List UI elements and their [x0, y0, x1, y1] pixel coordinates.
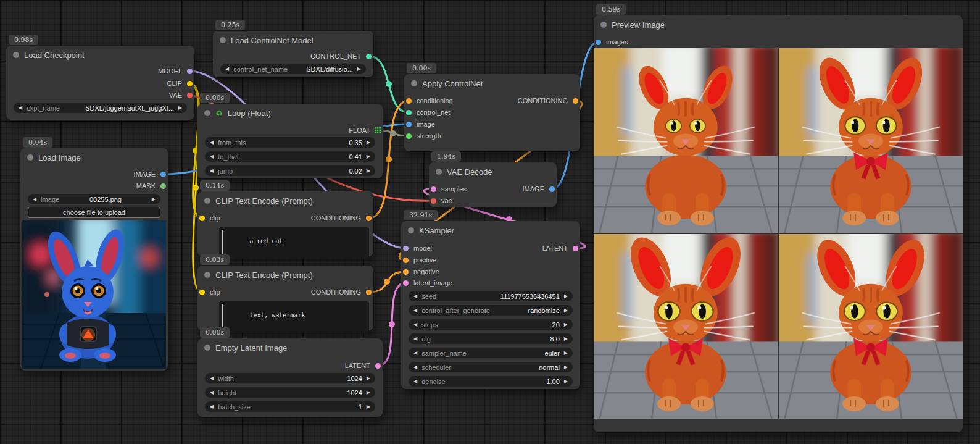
- widget-seed[interactable]: ◀ seed 1119775536436451 ▶: [409, 291, 573, 301]
- float-grid-icon[interactable]: [375, 127, 381, 133]
- input-port-images[interactable]: [596, 40, 601, 45]
- prompt-textarea[interactable]: a red cat: [219, 227, 369, 259]
- node-clip-encode-negative[interactable]: 0.03s CLIP Text Encode (Prompt) clip CON…: [197, 266, 373, 330]
- widget-sampler-name[interactable]: ◀ sampler_name euler ▶: [409, 348, 573, 358]
- output-port-image[interactable]: [160, 172, 166, 177]
- timer-badge: 0.14s: [200, 180, 230, 191]
- widget-denoise[interactable]: ◀ denoise 1.00 ▶: [409, 376, 573, 387]
- input-port-vae[interactable]: [431, 198, 436, 204]
- node-status-dot: [27, 154, 33, 161]
- node-apply-controlnet[interactable]: 0.00s Apply ControlNet conditioning cont…: [404, 74, 580, 151]
- combo-left-arrow-icon[interactable]: ◀: [413, 351, 417, 356]
- node-load-checkpoint[interactable]: 0.98s Load Checkpoint MODEL CLIP VAE ◀ c…: [6, 46, 194, 120]
- combo-right-arrow-icon[interactable]: ▶: [564, 308, 568, 313]
- combo-right-arrow-icon[interactable]: ▶: [367, 140, 370, 145]
- combo-left-arrow-icon[interactable]: ◀: [210, 376, 214, 381]
- output-port-latent[interactable]: [573, 246, 578, 251]
- input-label-latent-image: latent_image: [413, 279, 452, 287]
- node-title: Apply ControlNet: [422, 79, 483, 88]
- output-port-mask[interactable]: [160, 183, 166, 189]
- input-port-strength[interactable]: [406, 133, 412, 139]
- preview-cell-2[interactable]: [779, 48, 963, 233]
- preview-cell-3[interactable]: [594, 234, 778, 419]
- combo-left-arrow-icon[interactable]: ◀: [413, 322, 417, 327]
- timer-badge: 0.00s: [200, 93, 230, 103]
- combo-left-arrow-icon[interactable]: ◀: [210, 140, 214, 145]
- combo-left-arrow-icon[interactable]: ◀: [413, 337, 417, 341]
- combo-right-arrow-icon[interactable]: ▶: [564, 351, 568, 356]
- node-empty-latent[interactable]: 0.00s Empty Latent Image LATENT ◀ width …: [197, 338, 383, 417]
- combo-left-arrow-icon[interactable]: ◀: [413, 379, 417, 384]
- input-port-negative[interactable]: [403, 269, 409, 275]
- output-port-clip[interactable]: [187, 81, 193, 86]
- node-status-dot: [220, 37, 226, 43]
- combo-right-arrow-icon[interactable]: ▶: [357, 67, 361, 72]
- node-graph-canvas[interactable]: 0.98s Load Checkpoint MODEL CLIP VAE ◀ c…: [0, 0, 980, 444]
- output-port-model[interactable]: [187, 69, 193, 74]
- combo-right-arrow-icon[interactable]: ▶: [367, 390, 370, 395]
- output-port-conditioning[interactable]: [366, 290, 372, 295]
- preview-cell-4[interactable]: [779, 234, 963, 419]
- widget-value: normal: [539, 364, 560, 371]
- widget-control-after-generate[interactable]: ◀ control_after_generate randomize ▶: [409, 305, 573, 316]
- widget-to-that[interactable]: ◀ to_that 0.41 ▶: [205, 151, 375, 162]
- input-port-control-net[interactable]: [406, 110, 412, 115]
- combo-right-arrow-icon[interactable]: ▶: [367, 154, 370, 159]
- combo-left-arrow-icon[interactable]: ◀: [19, 106, 22, 111]
- combo-left-arrow-icon[interactable]: ◀: [413, 308, 417, 313]
- combo-left-arrow-icon[interactable]: ◀: [413, 294, 417, 299]
- upload-button[interactable]: choose file to upload: [28, 207, 160, 218]
- combo-left-arrow-icon[interactable]: ◀: [210, 154, 214, 159]
- combo-right-arrow-icon[interactable]: ▶: [367, 169, 370, 174]
- preview-cell-1[interactable]: [594, 48, 778, 233]
- combo-left-arrow-icon[interactable]: ◀: [33, 197, 36, 202]
- node-load-controlnet[interactable]: 0.25s Load ControlNet Model CONTROL_NET …: [213, 31, 373, 77]
- widget-scheduler[interactable]: ◀ scheduler normal ▶: [409, 362, 573, 372]
- output-port-control-net[interactable]: [366, 54, 372, 59]
- node-ksampler[interactable]: 32.91s KSampler model positive negative …: [401, 221, 580, 389]
- widget-height[interactable]: ◀ height 1024 ▶: [205, 387, 375, 398]
- combo-right-arrow-icon[interactable]: ▶: [178, 106, 182, 111]
- input-port-latent-image[interactable]: [403, 280, 409, 286]
- node-load-image[interactable]: 0.04s Load Image IMAGE MASK ◀ image 0025…: [20, 148, 168, 371]
- combo-right-arrow-icon[interactable]: ▶: [564, 322, 568, 327]
- widget-image-file[interactable]: ◀ image 00255.png ▶: [28, 194, 160, 204]
- widget-cfg[interactable]: ◀ cfg 8.0 ▶: [409, 333, 573, 344]
- combo-left-arrow-icon[interactable]: ◀: [210, 169, 214, 174]
- combo-right-arrow-icon[interactable]: ▶: [564, 365, 568, 370]
- combo-left-arrow-icon[interactable]: ◀: [210, 390, 214, 395]
- output-port-conditioning[interactable]: [573, 98, 578, 104]
- node-preview-image[interactable]: 0.59s Preview Image images: [594, 15, 963, 432]
- output-label-conditioning: CONDITIONING: [311, 288, 361, 296]
- widget-steps[interactable]: ◀ steps 20 ▶: [409, 319, 573, 330]
- node-clip-encode-positive[interactable]: 0.14s CLIP Text Encode (Prompt) clip CON…: [197, 191, 373, 256]
- combo-left-arrow-icon[interactable]: ◀: [225, 67, 229, 72]
- widget-batch-size[interactable]: ◀ batch_size 1 ▶: [205, 401, 375, 412]
- output-port-vae[interactable]: [187, 93, 193, 98]
- input-port-positive[interactable]: [403, 258, 409, 263]
- image-preview-bunny: [22, 220, 166, 369]
- combo-right-arrow-icon[interactable]: ▶: [367, 404, 370, 409]
- widget-width[interactable]: ◀ width 1024 ▶: [205, 373, 375, 383]
- combo-left-arrow-icon[interactable]: ◀: [413, 365, 417, 370]
- widget-ckpt-name[interactable]: ◀ ckpt_name SDXL/juggernautXL_juggXI... …: [14, 103, 187, 113]
- input-port-image[interactable]: [406, 122, 412, 127]
- prompt-text: a red cat: [249, 238, 283, 245]
- output-port-conditioning[interactable]: [366, 216, 372, 221]
- combo-right-arrow-icon[interactable]: ▶: [564, 294, 568, 299]
- widget-from-this[interactable]: ◀ from_this 0.35 ▶: [205, 137, 375, 148]
- combo-right-arrow-icon[interactable]: ▶: [564, 337, 568, 341]
- prompt-textarea[interactable]: text, watermark: [219, 301, 369, 333]
- combo-left-arrow-icon[interactable]: ◀: [210, 404, 214, 409]
- node-loop-float[interactable]: 0.00s ♻ Loop (Float) FLOAT ◀ from_this 0…: [197, 104, 383, 178]
- widget-control-net-name[interactable]: ◀ control_net_name SDXL/diffusio... ▶: [220, 64, 366, 74]
- combo-right-arrow-icon[interactable]: ▶: [152, 197, 156, 202]
- node-vae-decode[interactable]: 1.94s VAE Decode samples vae IMAGE: [429, 162, 557, 207]
- combo-right-arrow-icon[interactable]: ▶: [367, 376, 370, 381]
- output-port-latent[interactable]: [375, 363, 381, 369]
- widget-jump[interactable]: ◀ jump 0.02 ▶: [205, 165, 375, 176]
- widget-label: steps: [421, 321, 438, 329]
- output-port-image[interactable]: [549, 186, 555, 192]
- combo-right-arrow-icon[interactable]: ▶: [564, 379, 568, 384]
- widget-label: cfg: [421, 335, 431, 343]
